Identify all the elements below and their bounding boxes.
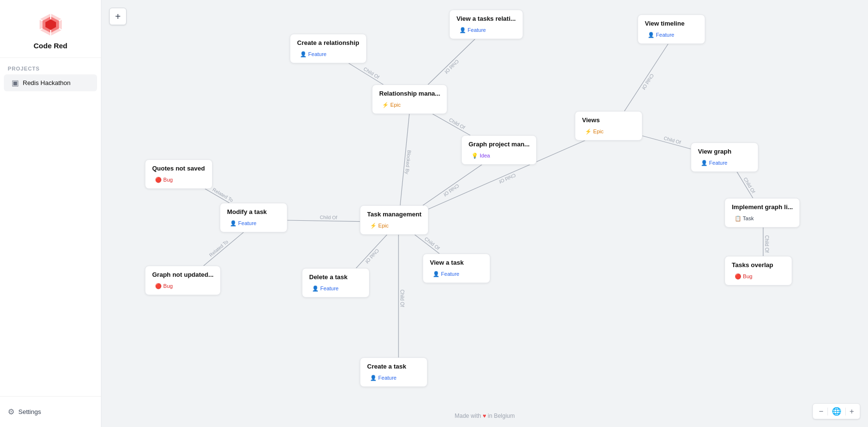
svg-text:Child Of: Child Of [442,183,460,198]
node-card-view-a-task[interactable]: View a task 👤 Feature [423,254,490,283]
projects-section-label: PROJECTS [0,58,101,74]
node-card-relationship-mana[interactable]: Relationship mana... ⚡ Epic [372,85,447,114]
canvas-footer: Made with ♥ in Belgium [455,413,515,419]
node-title: Modify a task [227,208,280,215]
svg-text:Child Of: Child Of [424,236,441,251]
zoom-divider-2 [845,408,846,415]
node-badge: ⚡ Epic [379,101,403,109]
settings-icon: ⚙ [8,407,14,416]
node-title: Delete a task [309,273,362,281]
node-title: Create a task [367,363,420,370]
node-card-create-relationship[interactable]: Create a relationship 👤 Feature [290,34,367,63]
node-badge: 🔴 Bug [152,176,176,184]
node-title: View a task [430,259,483,266]
svg-line-16 [398,101,411,222]
node-badge: 🔴 Bug [732,273,755,280]
svg-text:Blocked By: Blocked By [404,150,412,174]
node-title: Implement graph li... [732,203,793,211]
node-title: Task management [367,211,421,218]
svg-text:Related To: Related To [208,239,229,257]
node-title: Create a relationship [297,39,359,46]
node-card-delete-a-task[interactable]: Delete a task 👤 Feature [302,268,370,298]
node-badge: 📋 Task [732,215,756,222]
node-title: View graph [698,148,751,155]
svg-text:Child Of: Child Of [448,117,466,130]
node-title: View a tasks relati... [456,15,516,22]
node-badge: ⚡ Epic [367,222,391,229]
svg-text:Child Of: Child Of [742,176,756,194]
svg-text:Child Of: Child Of [399,289,405,307]
node-card-view-graph[interactable]: View graph 👤 Feature [691,142,758,172]
app-title: Code Red [33,42,67,50]
node-card-view-timeline[interactable]: View timeline 👤 Feature [638,14,705,44]
node-title: Graph project man... [469,141,529,148]
svg-text:Child Of: Child Of [663,135,682,145]
sidebar-bottom: ⚙ Settings [0,396,101,427]
node-title: Relationship mana... [379,90,440,97]
zoom-divider [827,408,828,415]
svg-text:Child Of: Child Of [320,214,338,220]
svg-text:Related To: Related To [212,187,234,203]
svg-text:Child Of: Child Of [363,66,381,80]
node-card-views[interactable]: Views ⚡ Epic [575,111,642,141]
node-card-modify-task[interactable]: Modify a task 👤 Feature [220,203,287,232]
node-badge: ⚡ Epic [582,128,606,135]
settings-item[interactable]: ⚙ Settings [8,404,93,419]
node-badge: 👤 Feature [430,270,462,278]
node-card-task-management[interactable]: Task management ⚡ Epic [360,205,428,235]
node-card-implement-graph[interactable]: Implement graph li... 📋 Task [725,198,800,228]
node-badge: 🔴 Bug [152,283,176,290]
zoom-in-button[interactable]: + [848,406,856,417]
node-title: View timeline [645,20,698,27]
node-card-create-task[interactable]: Create a task 👤 Feature [360,357,427,387]
add-button[interactable]: + [109,8,127,25]
node-badge: 👤 Feature [645,31,677,39]
node-card-view-tasks-rel[interactable]: View a tasks relati... 👤 Feature [449,10,523,39]
node-card-graph-not-updated[interactable]: Graph not updated... 🔴 Bug [145,266,221,295]
zoom-globe-button[interactable]: 🌐 [830,406,843,417]
sidebar-project-item[interactable]: ▣ Redis Hackathon [4,74,97,91]
node-title: Graph not updated... [152,271,213,278]
node-badge: 👤 Feature [698,159,730,167]
svg-text:Child Of: Child Of [764,235,769,253]
project-name: Redis Hackathon [23,79,71,86]
node-badge: 👤 Feature [456,27,489,34]
node-badge: 💡 Idea [469,152,493,159]
zoom-out-button[interactable]: − [817,406,825,417]
svg-text:Child Of: Child Of [498,172,517,185]
node-card-graph-project-man[interactable]: Graph project man... 💡 Idea [461,135,537,165]
node-title: Tasks overlap [732,261,785,269]
node-badge: 👤 Feature [309,285,342,292]
node-card-quotes-not-saved[interactable]: Quotes not saved 🔴 Bug [145,159,213,189]
main-canvas: + Child OfChild OfChild OfBlocked ByChil… [101,0,868,427]
project-icon: ▣ [12,78,19,87]
zoom-controls: − 🌐 + [812,403,860,419]
app-logo-icon [38,12,64,38]
node-title: Views [582,116,635,124]
sidebar: Code Red PROJECTS ▣ Redis Hackathon ⚙ Se… [0,0,101,427]
svg-text:Child Of: Child Of [641,73,655,90]
node-card-tasks-overlap[interactable]: Tasks overlap 🔴 Bug [725,256,792,285]
svg-text:Child Of: Child Of [364,248,380,264]
settings-label: Settings [18,408,41,415]
node-badge: 👤 Feature [297,51,329,58]
node-title: Quotes not saved [152,165,205,172]
node-badge: 👤 Feature [367,374,399,382]
node-badge: 👤 Feature [227,220,259,227]
svg-text:Child Of: Child Of [443,58,460,74]
logo-area: Code Red [0,0,101,58]
